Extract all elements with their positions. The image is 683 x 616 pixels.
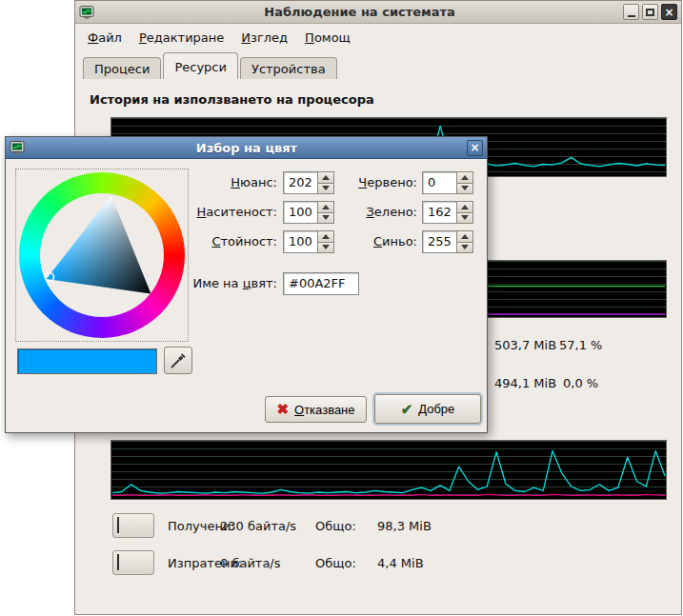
cpu-history-heading: История на използването на процесора xyxy=(90,92,374,107)
ok-button[interactable]: ✔ Добре xyxy=(374,394,481,424)
close-button[interactable]: × xyxy=(661,4,677,20)
memory-percent-value: 57,1 % xyxy=(559,338,602,352)
minimize-icon xyxy=(628,15,635,17)
received-color-icon xyxy=(117,517,119,533)
main-titlebar[interactable]: Наблюдение на системата × xyxy=(75,1,681,24)
blue-spinner: 255 xyxy=(422,230,473,253)
tab-resources[interactable]: Ресурси xyxy=(163,52,238,79)
arrow-up-icon xyxy=(322,175,330,180)
color-name-label: Име на цвят: xyxy=(168,276,277,290)
hue-up-button[interactable] xyxy=(317,171,334,184)
red-input[interactable]: 0 xyxy=(422,171,456,194)
received-total-label: Общо: xyxy=(315,519,356,533)
arrow-down-icon xyxy=(322,186,330,190)
value-input[interactable]: 100 xyxy=(283,230,317,253)
arrow-up-icon xyxy=(322,234,330,239)
saturation-label: Наситеност: xyxy=(196,205,277,219)
memory-total-value: 503,7 MiB xyxy=(494,338,556,352)
red-label: Червено: xyxy=(335,175,417,189)
received-total: 98,3 MiB xyxy=(377,519,432,533)
blue-up-button[interactable] xyxy=(456,230,473,243)
sent-total-label: Общо: xyxy=(315,556,356,570)
received-color-swatch[interactable] xyxy=(112,513,154,538)
menu-help[interactable]: Помощ xyxy=(296,28,359,48)
sent-color-swatch[interactable] xyxy=(112,550,154,575)
close-icon: × xyxy=(664,6,673,19)
arrow-up-icon xyxy=(461,175,469,180)
sent-rate: 0 байта/s xyxy=(220,556,281,570)
blue-down-button[interactable] xyxy=(456,243,473,254)
dialog-icon xyxy=(10,140,27,155)
sent-color-icon xyxy=(117,554,119,570)
arrow-up-icon xyxy=(461,205,469,209)
color-preview xyxy=(17,348,157,374)
cancel-label: Отказване xyxy=(294,403,355,417)
menu-edit[interactable]: Редактиране xyxy=(131,28,232,48)
value-spinner: 100 xyxy=(283,230,334,253)
sv-triangle[interactable] xyxy=(19,172,187,340)
value-label: Стойност: xyxy=(196,234,277,248)
arrow-down-icon xyxy=(461,215,469,220)
ok-label: Добре xyxy=(418,402,454,416)
saturation-down-button[interactable] xyxy=(317,213,334,225)
dialog-close-button[interactable]: × xyxy=(467,140,483,156)
arrow-down-icon xyxy=(322,215,330,220)
arrow-down-icon xyxy=(461,245,469,249)
saturation-input[interactable]: 100 xyxy=(283,201,317,224)
green-input[interactable]: 162 xyxy=(422,201,456,224)
arrow-up-icon xyxy=(322,205,330,209)
eyedropper-icon xyxy=(170,352,187,369)
blue-label: Синьо: xyxy=(335,234,417,248)
tab-bar: Процеси Ресурси Устройства xyxy=(83,52,673,79)
arrow-down-icon xyxy=(461,186,469,190)
swap-percent-value: 0,0 % xyxy=(563,376,598,390)
blue-input[interactable]: 255 xyxy=(422,230,456,253)
hue-label: Нюанс: xyxy=(196,175,277,189)
minimize-button[interactable] xyxy=(623,4,639,20)
red-spinner: 0 xyxy=(422,171,473,194)
value-down-button[interactable] xyxy=(317,243,334,254)
color-name-input[interactable]: #00A2FF xyxy=(283,272,359,295)
dialog-title: Избор на цвят xyxy=(27,141,467,155)
maximize-button[interactable] xyxy=(642,4,658,20)
cancel-button[interactable]: ✖ Отказване xyxy=(265,396,367,423)
eyedropper-button[interactable] xyxy=(164,347,192,374)
red-down-button[interactable] xyxy=(456,184,473,195)
green-spinner: 162 xyxy=(422,201,473,224)
maximize-icon xyxy=(646,9,654,16)
hue-input[interactable]: 202 xyxy=(283,171,317,194)
red-up-button[interactable] xyxy=(456,171,473,184)
arrow-down-icon xyxy=(322,245,330,249)
tab-processes[interactable]: Процеси xyxy=(83,57,161,79)
window-title: Наблюдение на системата xyxy=(96,5,623,19)
green-up-button[interactable] xyxy=(456,201,473,213)
green-label: Зелено: xyxy=(335,205,417,219)
ok-icon: ✔ xyxy=(401,401,413,418)
dialog-titlebar[interactable]: Избор на цвят × xyxy=(6,137,487,159)
menubar: Файл Редактиране Изглед Помощ xyxy=(75,25,681,50)
sent-total: 4,4 MiB xyxy=(377,556,424,570)
close-icon: × xyxy=(470,141,479,154)
green-down-button[interactable] xyxy=(456,213,473,225)
app-icon xyxy=(79,5,96,20)
received-rate: 230 байта/s xyxy=(220,519,296,533)
color-wheel[interactable] xyxy=(15,169,189,342)
network-history-chart xyxy=(110,440,667,500)
saturation-spinner: 100 xyxy=(283,201,334,224)
menu-file[interactable]: Файл xyxy=(79,28,131,48)
swap-total-value: 494,1 MiB xyxy=(494,376,556,390)
color-picker-dialog: Избор на цвят × xyxy=(5,136,488,433)
menu-view[interactable]: Изглед xyxy=(232,28,296,48)
hue-down-button[interactable] xyxy=(317,184,334,195)
value-up-button[interactable] xyxy=(317,230,334,243)
desktop: Наблюдение на системата × Файл Редактира… xyxy=(0,0,683,616)
cancel-icon: ✖ xyxy=(276,401,289,418)
arrow-up-icon xyxy=(461,234,469,239)
hue-spinner: 202 xyxy=(283,171,334,194)
saturation-up-button[interactable] xyxy=(317,201,334,213)
window-controls: × xyxy=(623,4,677,20)
tab-devices[interactable]: Устройства xyxy=(240,57,337,79)
